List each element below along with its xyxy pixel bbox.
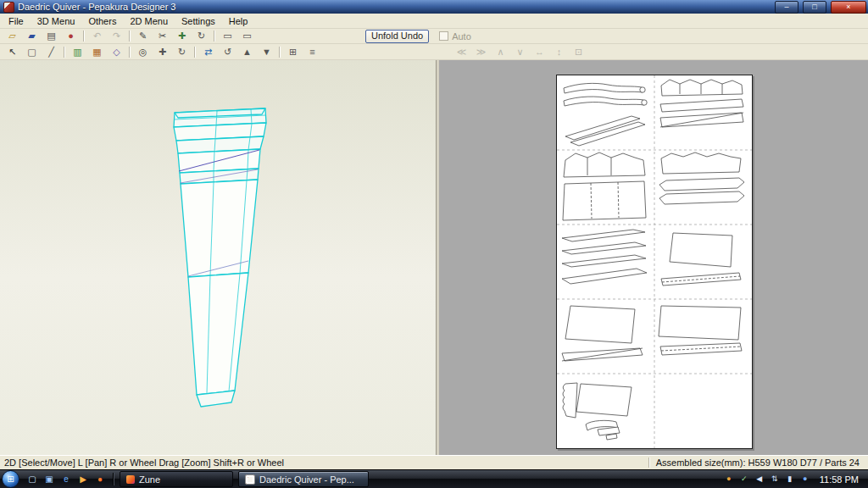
- toolbar-2d: ↖▢╱▥▦◇◎✚↻⇄↺▲▼⊞≡ ≪≫∧∨↔↕⊡: [0, 44, 868, 60]
- align-right-button[interactable]: ≫: [472, 45, 490, 59]
- maximize-button[interactable]: □: [803, 1, 826, 14]
- select-face-tool-button[interactable]: ▢: [23, 45, 41, 59]
- media-tray-icon[interactable]: ●: [723, 473, 735, 486]
- menu-settings[interactable]: Settings: [175, 15, 222, 27]
- taskbar-clock: 11:58 PM: [816, 474, 865, 485]
- edge-id-button[interactable]: ▦: [88, 45, 106, 59]
- menu-others[interactable]: Others: [81, 15, 123, 27]
- auto-checkbox[interactable]: [439, 31, 448, 41]
- divide-face-tool-button[interactable]: ╱: [42, 45, 60, 59]
- 2d-viewport[interactable]: [439, 60, 868, 455]
- pattern-part: [562, 230, 647, 284]
- save-button[interactable]: ▰: [23, 29, 41, 43]
- toolbar-separator: [64, 47, 65, 58]
- flap-config-button[interactable]: ◇: [108, 45, 125, 59]
- task-button-zune-label: Zune: [139, 474, 160, 485]
- bring-front-button[interactable]: ▲: [238, 45, 256, 59]
- zune-quicklaunch-icon[interactable]: ●: [92, 472, 108, 487]
- start-button[interactable]: ⊞: [2, 470, 19, 488]
- toolbar-main: ▱▰▤●↶↷✎✂✚↻▭▭ Unfold Undo Auto: [0, 29, 868, 44]
- align-left-button[interactable]: ≪: [453, 45, 470, 59]
- move-part-button[interactable]: ⇄: [199, 45, 217, 59]
- menu-3d-menu[interactable]: 3D Menu: [31, 15, 82, 27]
- toolbar-separator: [194, 47, 196, 58]
- network-icon[interactable]: ⇅: [769, 473, 781, 486]
- 3d-viewport[interactable]: [0, 60, 437, 455]
- scissors-tool-button[interactable]: ✂: [153, 29, 171, 43]
- auto-layout-button[interactable]: ⊡: [570, 45, 587, 59]
- pattern-page: [556, 75, 753, 449]
- menu-file[interactable]: File: [2, 15, 31, 27]
- taskbar-divider: [113, 473, 114, 485]
- rotate-tool-button[interactable]: ↻: [192, 29, 210, 43]
- menu-help[interactable]: Help: [222, 15, 255, 27]
- auto-label: Auto: [452, 31, 471, 42]
- close-button[interactable]: ×: [831, 1, 866, 14]
- align-bottom-button[interactable]: ∨: [511, 45, 529, 59]
- toolbar-separator: [129, 30, 131, 42]
- pattern-layout: [557, 75, 752, 448]
- toolbar-separator: [279, 47, 281, 58]
- show-2d-window-button[interactable]: ▭: [238, 29, 256, 43]
- system-tray: ●✓◀⇅▮●: [720, 473, 815, 486]
- rotate-part-button[interactable]: ↺: [219, 45, 236, 59]
- send-back-button[interactable]: ▼: [258, 45, 275, 59]
- quick-launch: ▢▣e▶●: [21, 472, 111, 487]
- pattern-part: [659, 306, 742, 355]
- pattern-part: [661, 233, 741, 286]
- status-bar: 2D [Select/Move] L [Pan] R or Wheel Drag…: [0, 455, 868, 469]
- unfold-controls: Unfold Undo Auto: [365, 30, 471, 43]
- menu-2d-menu[interactable]: 2D Menu: [123, 15, 175, 27]
- pattern-part: [660, 80, 743, 127]
- unfold-undo-button[interactable]: Unfold Undo: [365, 30, 429, 43]
- distribute-vertical-button[interactable]: ↕: [550, 45, 568, 59]
- switch-windows-icon[interactable]: ▣: [42, 472, 57, 487]
- safely-remove-icon[interactable]: ✓: [738, 473, 750, 486]
- battery-icon[interactable]: ▮: [784, 473, 796, 486]
- pattern-part: [659, 152, 744, 204]
- volume-icon[interactable]: ◀: [754, 473, 765, 486]
- measure-button[interactable]: ≡: [303, 45, 321, 59]
- select-tool-button[interactable]: ↖: [3, 45, 21, 59]
- move-tool-button[interactable]: ✚: [173, 29, 191, 43]
- align-top-button[interactable]: ∧: [492, 45, 509, 59]
- quiver-3d-model: [0, 60, 436, 455]
- toolbar-separator: [83, 30, 85, 42]
- grid-button[interactable]: ⊞: [284, 45, 302, 59]
- zoom-tool-button[interactable]: ◎: [134, 45, 152, 59]
- main-area: [0, 60, 868, 455]
- redo-button[interactable]: ↷: [108, 29, 125, 43]
- show-desktop-icon[interactable]: ▢: [25, 472, 40, 487]
- check-parts-button[interactable]: ▥: [69, 45, 86, 59]
- media-player-icon[interactable]: ▶: [75, 472, 91, 487]
- texture-view-button[interactable]: ●: [62, 29, 80, 43]
- toolbar-2d-align-icons: ≪≫∧∨↔↕⊡: [449, 45, 588, 59]
- toolbar-main-icons: ▱▰▤●↶↷✎✂✚↻▭▭: [0, 29, 257, 43]
- task-button-pepakura[interactable]: Daedric Quiver - Pep...: [238, 471, 369, 487]
- menu-bar: File3D MenuOthers2D MenuSettingsHelp: [0, 14, 868, 29]
- toolbar-separator: [214, 30, 215, 42]
- zune-task-icon: [126, 475, 135, 484]
- task-button-zune[interactable]: Zune: [120, 471, 233, 487]
- window-title: Daedric Quiver - Pepakura Designer 3: [18, 1, 771, 14]
- distribute-horizontal-button[interactable]: ↔: [531, 45, 548, 59]
- minimize-button[interactable]: –: [775, 1, 798, 14]
- status-assembled-size: Assembled size(mm): H559 W180 D77 / Part…: [648, 458, 868, 468]
- toolbar-separator: [129, 47, 131, 58]
- open-file-button[interactable]: ▱: [3, 29, 21, 43]
- pattern-part: [563, 383, 632, 440]
- pattern-part: [564, 83, 647, 146]
- pattern-part: [562, 306, 643, 361]
- print-button[interactable]: ▤: [42, 29, 60, 43]
- pen-tool-button[interactable]: ✎: [134, 29, 152, 43]
- show-3d-window-button[interactable]: ▭: [219, 29, 236, 43]
- internet-explorer-icon[interactable]: e: [58, 472, 74, 487]
- undo-button[interactable]: ↶: [88, 29, 106, 43]
- status-hint: 2D [Select/Move] L [Pan] R or Wheel Drag…: [0, 458, 648, 468]
- app-icon: [3, 2, 14, 13]
- pan-tool-button[interactable]: ✚: [153, 45, 171, 59]
- taskbar: ⊞ ▢▣e▶● Zune Daedric Quiver - Pep... ●✓◀…: [0, 469, 868, 488]
- messenger-icon[interactable]: ●: [799, 473, 811, 486]
- task-button-pepakura-label: Daedric Quiver - Pep...: [259, 474, 354, 485]
- rotate-view-button[interactable]: ↻: [173, 45, 191, 59]
